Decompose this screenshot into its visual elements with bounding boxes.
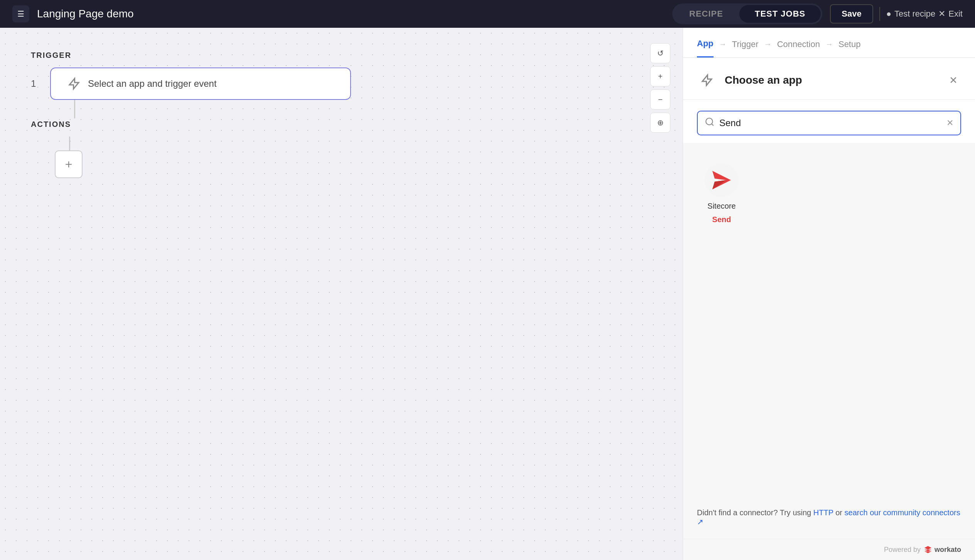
- search-input[interactable]: [719, 118, 942, 128]
- trigger-block: 1 Select an app and trigger event: [31, 67, 652, 100]
- trigger-section-label: TRIGGER: [31, 51, 652, 60]
- tab-group: RECIPE TEST JOBS: [672, 3, 822, 24]
- refresh-button[interactable]: ↺: [650, 43, 670, 63]
- save-button[interactable]: Save: [830, 4, 873, 24]
- search-icon: [705, 117, 715, 129]
- tab-recipe[interactable]: RECIPE: [674, 5, 739, 23]
- zoom-in-button[interactable]: +: [650, 66, 670, 86]
- canvas: ↺ + − ⊕ TRIGGER 1 Select an app and trig…: [0, 28, 683, 560]
- http-link[interactable]: HTTP: [813, 508, 833, 517]
- connector-line: [74, 100, 75, 118]
- canvas-content: TRIGGER 1 Select an app and trigger even…: [0, 28, 683, 201]
- arrow-3: →: [825, 40, 833, 56]
- tab-setup[interactable]: Setup: [838, 39, 861, 57]
- connector-line-2: [69, 137, 70, 150]
- header-actions: Save ● Test recipe ✕ Exit: [830, 4, 963, 24]
- header: ☰ Langing Page demo RECIPE TEST JOBS Sav…: [0, 0, 975, 28]
- search-box: ✕: [697, 111, 961, 135]
- panel-search-wrap: ✕: [683, 100, 975, 143]
- panel-header: Choose an app ✕: [683, 58, 975, 100]
- right-panel: App → Trigger → Connection → Setup Choos…: [683, 28, 975, 560]
- external-link-icon: ↗: [697, 518, 703, 526]
- main-layout: ↺ + − ⊕ TRIGGER 1 Select an app and trig…: [0, 28, 975, 560]
- panel-body: Sitecore Send: [683, 143, 975, 496]
- canvas-controls: ↺ + − ⊕: [650, 43, 670, 133]
- app-subtitle: Send: [712, 215, 731, 224]
- tab-test-jobs[interactable]: TEST JOBS: [739, 5, 821, 23]
- app-name: Sitecore: [707, 202, 735, 211]
- trigger-card-icon: [66, 76, 82, 91]
- zoom-out-button[interactable]: −: [650, 89, 670, 110]
- trigger-number: 1: [31, 78, 42, 89]
- actions-section: ACTIONS +: [31, 120, 652, 178]
- arrow-1: →: [719, 40, 727, 56]
- exit-button[interactable]: ✕ Exit: [938, 9, 963, 19]
- circle-icon: ●: [886, 9, 891, 19]
- panel-footer-note: Didn't find a connector? Try using HTTP …: [683, 496, 975, 539]
- add-action-button[interactable]: +: [55, 150, 83, 178]
- panel-header-title: Choose an app: [725, 74, 938, 86]
- actions-section-label: ACTIONS: [31, 120, 652, 129]
- arrow-2: →: [764, 40, 772, 56]
- logo-icon: ☰: [12, 5, 29, 22]
- app-card-sitecore[interactable]: Sitecore Send: [697, 155, 746, 232]
- close-icon: ✕: [938, 9, 945, 19]
- fit-button[interactable]: ⊕: [650, 113, 670, 133]
- workato-logo: workato: [924, 545, 961, 554]
- divider: [879, 7, 880, 21]
- search-clear-button[interactable]: ✕: [946, 118, 953, 128]
- panel-header-icon: [697, 70, 717, 90]
- svg-point-1: [705, 163, 739, 197]
- trigger-card-text: Select an app and trigger event: [88, 78, 217, 89]
- svg-point-0: [706, 118, 712, 125]
- sitecore-send-icon: [705, 163, 739, 197]
- trigger-card[interactable]: Select an app and trigger event: [50, 67, 351, 100]
- page-title: Langing Page demo: [37, 8, 665, 20]
- panel-close-button[interactable]: ✕: [946, 73, 961, 88]
- tab-app[interactable]: App: [697, 39, 714, 57]
- tab-connection[interactable]: Connection: [777, 39, 820, 57]
- powered-by: Powered by workato: [683, 539, 975, 560]
- tab-trigger[interactable]: Trigger: [732, 39, 759, 57]
- test-recipe-button[interactable]: ● Test recipe: [886, 9, 936, 19]
- panel-tabs: App → Trigger → Connection → Setup: [683, 28, 975, 58]
